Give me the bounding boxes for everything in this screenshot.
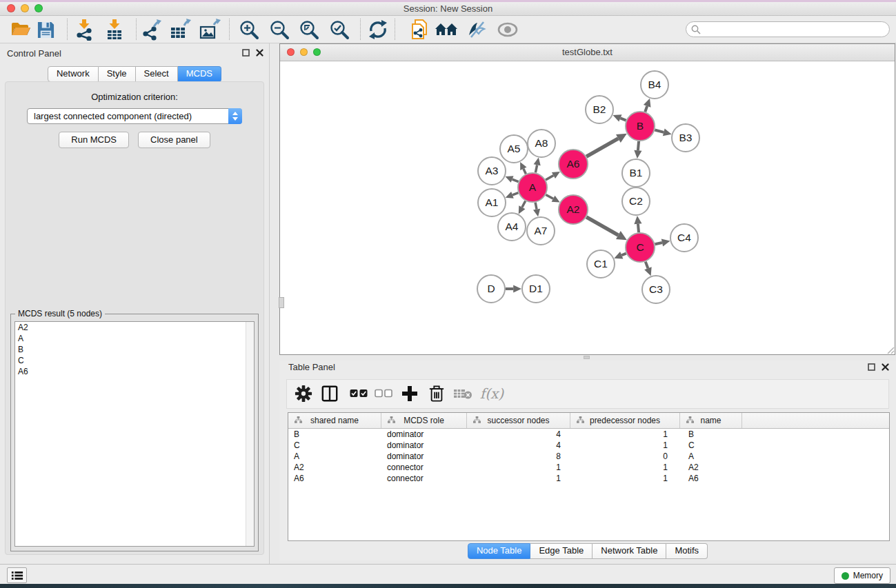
memory-button[interactable]: Memory — [834, 567, 890, 584]
table-cell[interactable]: 0 — [570, 451, 680, 462]
graph-node-B2[interactable]: B2 — [586, 96, 613, 123]
home-layout-icon[interactable] — [434, 19, 459, 41]
column-header-MCDS-role[interactable]: MCDS role — [381, 413, 467, 428]
graph-edge-A-A5[interactable] — [524, 169, 526, 174]
graph-node-D1[interactable]: D1 — [522, 275, 550, 303]
table-row[interactable]: Adominator80A — [288, 451, 889, 462]
graph-node-A5[interactable]: A5 — [500, 135, 528, 163]
graph-edge-A-A2[interactable] — [546, 194, 553, 199]
select-all-icon[interactable] — [348, 383, 370, 404]
tab-network[interactable]: Network — [48, 66, 99, 82]
table-cell[interactable]: 1 — [570, 473, 680, 484]
graph-edge-A-A1[interactable] — [512, 193, 518, 195]
table-mode-gear-icon[interactable] — [292, 383, 315, 404]
graph-node-B[interactable]: B — [626, 112, 655, 141]
table-cell[interactable]: dominator — [381, 440, 467, 451]
graph-edge-B-B3[interactable] — [655, 130, 664, 132]
deselect-all-icon[interactable] — [372, 383, 395, 404]
graph-edge-C-C3[interactable] — [646, 262, 648, 269]
mcds-result-item[interactable]: B — [15, 344, 254, 355]
criterion-select[interactable]: largest connected component (directed) — [27, 108, 242, 124]
network-graph[interactable]: B4B2BB3A5A8A6A3B1AC2A1A2A4A7C4CC1C3DD1 — [280, 61, 895, 354]
table-cell[interactable]: B — [288, 429, 381, 440]
table-cell[interactable]: 1 — [570, 429, 680, 440]
graph-node-A7[interactable]: A7 — [527, 217, 555, 245]
mcds-result-item[interactable]: A6 — [15, 366, 254, 377]
graph-edge-B-B1[interactable] — [638, 141, 639, 150]
table-cell[interactable]: C — [680, 440, 742, 451]
table-cell[interactable]: A2 — [288, 462, 381, 473]
table-cell[interactable]: 1 — [570, 462, 680, 473]
table-row[interactable]: Bdominator41B — [288, 429, 889, 440]
node-table[interactable]: shared nameMCDS rolesuccessor nodesprede… — [288, 412, 890, 541]
table-cell[interactable]: 1 — [570, 440, 680, 451]
graph-edge-A6-B[interactable] — [586, 139, 618, 156]
table-cell[interactable]: dominator — [381, 451, 467, 462]
tab-network-table[interactable]: Network Table — [593, 543, 666, 559]
graph-edge-B-B4[interactable] — [645, 106, 647, 112]
graph-edge-B-B2[interactable] — [620, 118, 626, 120]
mcds-result-item[interactable]: A — [15, 333, 254, 344]
table-cell[interactable]: 1 — [467, 462, 570, 473]
table-cell[interactable]: 1 — [467, 473, 570, 484]
zoom-in-icon[interactable] — [237, 19, 261, 41]
show-graphics-details-icon[interactable] — [495, 19, 520, 41]
graph-edge-A-A6[interactable] — [546, 175, 553, 180]
open-session-icon[interactable] — [8, 19, 33, 41]
graph-edge-A-A3[interactable] — [512, 179, 519, 182]
table-cell[interactable]: 4 — [467, 440, 570, 451]
delete-column-icon[interactable] — [426, 383, 448, 404]
function-builder-icon[interactable]: f(x) — [481, 383, 503, 404]
export-image-icon[interactable] — [197, 19, 222, 41]
graph-edge-A-A7[interactable] — [535, 203, 537, 210]
mcds-result-list[interactable]: A2ABCA6 — [14, 321, 255, 547]
delete-table-icon[interactable] — [452, 383, 474, 404]
clone-network-icon[interactable] — [407, 19, 432, 41]
graph-node-A1[interactable]: A1 — [478, 189, 506, 216]
graph-node-C1[interactable]: C1 — [587, 250, 615, 278]
refresh-view-icon[interactable] — [366, 19, 390, 41]
column-header-shared-name[interactable]: shared name — [288, 413, 381, 428]
scrollbar-track[interactable] — [246, 322, 254, 546]
float-panel-icon[interactable] — [242, 49, 250, 57]
table-cell[interactable]: connector — [381, 462, 467, 473]
graph-node-C2[interactable]: C2 — [622, 187, 650, 215]
run-mcds-button[interactable]: Run MCDS — [59, 132, 129, 148]
table-cell[interactable]: B — [680, 429, 742, 440]
graph-node-A2[interactable]: A2 — [559, 195, 588, 224]
graph-edge-C-C2[interactable] — [638, 224, 639, 232]
close-panel-icon[interactable] — [882, 363, 889, 371]
close-panel-button[interactable]: Close panel — [138, 132, 210, 148]
float-panel-icon[interactable] — [868, 363, 875, 371]
graph-node-D[interactable]: D — [477, 275, 505, 303]
graph-edge-A2-C[interactable] — [586, 217, 618, 235]
graph-node-A6[interactable]: A6 — [559, 150, 588, 179]
import-table-icon[interactable] — [102, 19, 127, 41]
create-column-icon[interactable] — [399, 383, 421, 404]
graph-edge-A-A4[interactable] — [522, 201, 526, 207]
tab-mcds[interactable]: MCDS — [178, 66, 221, 82]
table-row[interactable]: A6connector11A6 — [288, 473, 889, 484]
hide-graphics-details-icon[interactable] — [464, 19, 489, 41]
table-row[interactable]: Cdominator41C — [288, 440, 889, 451]
tab-edge-table[interactable]: Edge Table — [530, 543, 593, 559]
graph-edge-C-C4[interactable] — [655, 243, 661, 244]
table-cell[interactable]: A — [680, 451, 742, 462]
graph-node-C4[interactable]: C4 — [670, 224, 698, 252]
column-header-name[interactable]: name — [680, 413, 742, 428]
table-cell[interactable]: 8 — [467, 451, 570, 462]
graph-edge-C-C1[interactable] — [621, 254, 626, 256]
table-cell[interactable]: A — [288, 451, 381, 462]
export-table-icon[interactable] — [168, 19, 192, 41]
table-cell[interactable]: connector — [381, 473, 467, 484]
table-cell[interactable]: dominator — [381, 429, 467, 440]
column-header-predecessor-nodes[interactable]: predecessor nodes — [570, 413, 680, 428]
task-history-button[interactable] — [7, 567, 27, 583]
tab-motifs[interactable]: Motifs — [666, 543, 708, 559]
table-row[interactable]: A2connector11A2 — [288, 462, 889, 473]
mcds-result-item[interactable]: A2 — [15, 322, 254, 333]
graph-node-A3[interactable]: A3 — [478, 157, 506, 185]
table-cell[interactable]: A2 — [680, 462, 742, 473]
column-display-icon[interactable] — [319, 383, 341, 404]
import-network-icon[interactable] — [72, 19, 97, 41]
